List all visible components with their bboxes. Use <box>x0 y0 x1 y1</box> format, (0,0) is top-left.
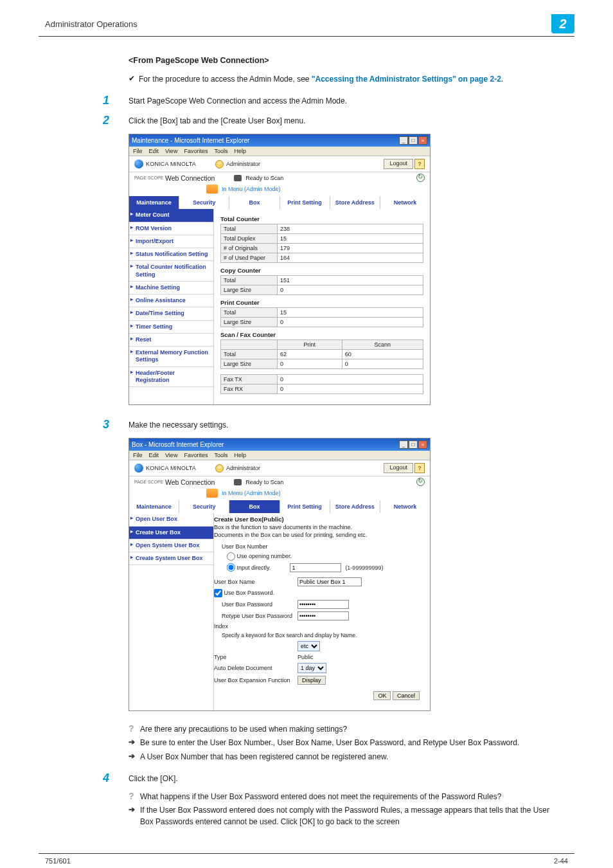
section-title: Administrator Operations <box>39 19 551 29</box>
sidebar-item-open-user-box[interactable]: Open User Box <box>129 513 213 526</box>
km-globe-icon <box>134 464 143 473</box>
cancel-button[interactable]: Cancel <box>393 691 420 700</box>
screenshot-maintenance: Maintenance - Microsoft Internet Explore… <box>129 134 431 405</box>
window-title: Maintenance - Microsoft Internet Explore… <box>132 137 398 144</box>
index-select[interactable]: etc <box>298 641 320 651</box>
sidebar-item-total-counter-notif[interactable]: Total Counter Notification Setting <box>129 261 213 282</box>
tab-store-address[interactable]: Store Address <box>330 196 380 209</box>
box-desc: Box is the function to save documents in… <box>214 524 430 539</box>
sidebar-item-import-export[interactable]: Import/Export <box>129 235 213 248</box>
sidebar-item-status-notif[interactable]: Status Notification Setting <box>129 248 213 261</box>
userbox-number-input[interactable] <box>290 563 341 572</box>
userbox-name-input[interactable] <box>298 577 362 586</box>
ok-button[interactable]: OK <box>373 691 391 700</box>
brand-label: KONICA MINOLTA <box>146 465 196 471</box>
auto-delete-select[interactable]: 1 day <box>298 663 326 673</box>
tab-store-address[interactable]: Store Address <box>330 500 380 513</box>
sidebar-item-datetime[interactable]: Date/Time Setting <box>129 307 213 320</box>
radio-use-opening[interactable] <box>227 552 235 561</box>
tab-box[interactable]: Box <box>229 500 280 513</box>
logout-button[interactable]: Logout <box>384 159 413 169</box>
brand-label: KONICA MINOLTA <box>146 161 196 167</box>
fax-table: Fax TX0 Fax RX0 <box>220 374 423 394</box>
step-4-text: Click the [OK]. <box>129 772 178 784</box>
web-connection-label: Web Connection <box>165 478 215 486</box>
total-counter-heading: Total Counter <box>220 215 423 222</box>
sidebar-item-header-footer[interactable]: Header/Footer Registration <box>129 367 213 388</box>
refresh-icon[interactable] <box>416 174 425 182</box>
sidebar-item-machine-setting[interactable]: Machine Setting <box>129 282 213 294</box>
mode-line-text: In Menu (Admin Mode) <box>222 490 281 496</box>
maximize-icon[interactable]: □ <box>409 440 418 449</box>
tab-security[interactable]: Security <box>179 500 229 513</box>
qa-answer-3: If the User Box Password entered does no… <box>140 805 555 827</box>
crossref-link[interactable]: "Accessing the Administrator Settings" o… <box>312 75 501 84</box>
maximize-icon[interactable]: □ <box>409 136 418 145</box>
print-counter-heading: Print Counter <box>220 299 423 306</box>
checkmark-icon: ✔ <box>129 74 139 83</box>
ie-menubar[interactable]: FileEditViewFavoritesToolsHelp <box>129 147 430 156</box>
sidebar-item-reset[interactable]: Reset <box>129 334 213 347</box>
step-4-number: 4 <box>103 772 129 785</box>
refresh-icon[interactable] <box>416 478 425 486</box>
tab-network[interactable]: Network <box>380 500 430 513</box>
userbox-password-input[interactable] <box>298 600 349 609</box>
userbox-name-label: User Box Name <box>214 579 298 585</box>
tab-maintenance[interactable]: Maintenance <box>129 196 179 209</box>
tab-network[interactable]: Network <box>380 196 430 209</box>
scanfax-counter-heading: Scan / Fax Counter <box>220 331 423 338</box>
step-3-number: 3 <box>103 418 129 431</box>
help-button[interactable]: ? <box>414 463 425 473</box>
pagescope-prefix: PAGE SCOPE <box>134 176 163 180</box>
sidebar-item-rom[interactable]: ROM Version <box>129 222 213 235</box>
qa-answer-2: A User Box Number that has been register… <box>140 752 555 763</box>
question-icon: ? <box>129 791 140 801</box>
minimize-icon[interactable]: _ <box>399 440 408 449</box>
logout-button[interactable]: Logout <box>384 463 413 473</box>
auto-delete-label: Auto Delete Document <box>214 665 298 671</box>
printer-status-icon <box>234 175 242 181</box>
user-icon <box>215 464 224 473</box>
sidebar-item-ext-memory[interactable]: External Memory Function Settings <box>129 347 213 367</box>
userbox-password-label: User Box Password <box>214 601 298 608</box>
sidebar-item-create-system-user-box[interactable]: Create System User Box <box>129 552 213 565</box>
step-3-text: Make the necessary settings. <box>129 418 228 431</box>
qa-answer-1: Be sure to enter the User Box Number., U… <box>140 737 555 748</box>
role-label: Administrator <box>226 161 260 167</box>
user-icon <box>215 160 224 168</box>
km-globe-icon <box>134 159 143 168</box>
tab-security[interactable]: Security <box>179 196 229 209</box>
chapter-badge: 2 <box>551 14 574 33</box>
sidebar-item-open-system-user-box[interactable]: Open System User Box <box>129 539 213 552</box>
window-title-2: Box - Microsoft Internet Explorer <box>132 441 398 448</box>
index-label: Index <box>214 623 298 629</box>
step-1-number: 1 <box>103 94 129 107</box>
total-counter-table: Total238 Total Duplex15 # of Originals17… <box>220 224 423 263</box>
display-button[interactable]: Display <box>298 676 326 685</box>
create-userbox-heading: Create User Box(Public) <box>214 516 430 523</box>
tab-print-setting[interactable]: Print Setting <box>280 196 330 209</box>
sidebar-item-online-assist[interactable]: Online Assistance <box>129 294 213 307</box>
tab-print-setting[interactable]: Print Setting <box>280 500 330 513</box>
ie-menubar[interactable]: FileEditViewFavoritesToolsHelp <box>129 451 430 460</box>
role-label: Administrator <box>226 465 260 471</box>
tab-box[interactable]: Box <box>229 196 280 209</box>
use-password-label: Use Box Password. <box>224 590 275 596</box>
step-1-text: Start PageScope Web Connection and acces… <box>129 94 347 107</box>
status-text: Ready to Scan <box>245 479 283 485</box>
close-icon[interactable]: × <box>418 136 427 145</box>
help-button[interactable]: ? <box>414 159 425 169</box>
sidebar-item-create-user-box[interactable]: Create User Box <box>129 527 213 539</box>
userbox-number-label: User Box Number <box>214 543 298 550</box>
index-desc: Specify a keyword for Box search and dis… <box>214 632 357 638</box>
minimize-icon[interactable]: _ <box>399 136 408 145</box>
close-icon[interactable]: × <box>418 440 427 449</box>
radio-input-directly[interactable] <box>227 563 235 572</box>
sidebar-item-meter-count[interactable]: Meter Count <box>129 209 213 222</box>
sidebar-item-timer[interactable]: Timer Setting <box>129 321 213 334</box>
retype-password-input[interactable] <box>298 611 349 620</box>
tab-maintenance[interactable]: Maintenance <box>129 500 179 513</box>
web-connection-label: Web Connection <box>165 174 215 182</box>
use-password-checkbox[interactable] <box>214 589 222 597</box>
qa-question-2: What happens if the User Box Password en… <box>140 791 555 802</box>
